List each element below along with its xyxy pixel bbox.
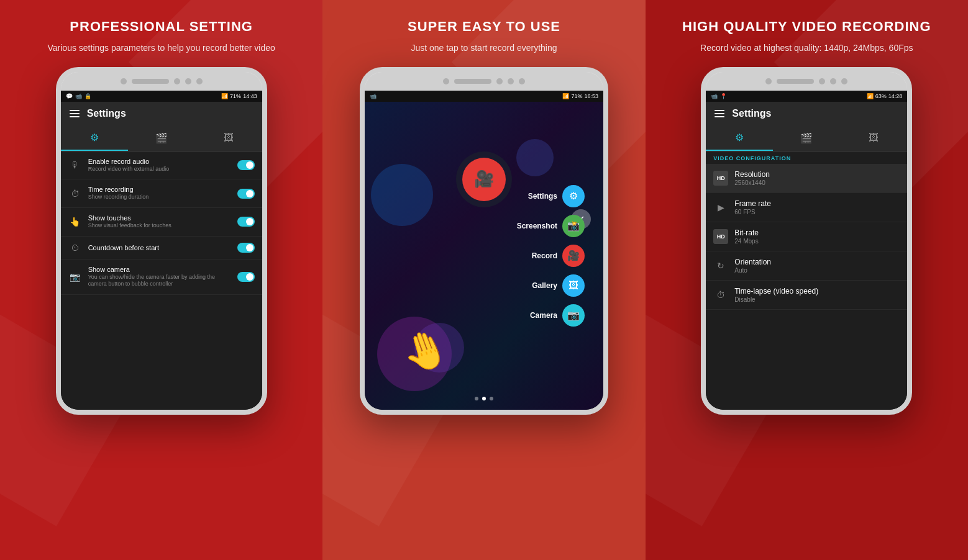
battery-middle: 71%	[571, 93, 582, 99]
wifi-icon-m: 📶	[562, 93, 569, 99]
status-bar-right: 📹 📍 📶 63% 14:28	[706, 91, 907, 102]
config-orientation[interactable]: ↻ Orientation Auto	[706, 251, 907, 281]
settings-label: Settings	[528, 192, 557, 201]
config-resolution[interactable]: HD Resolution 2560x1440	[706, 164, 907, 193]
status-left-right: 📹 📍	[711, 93, 727, 99]
config-framerate-text: Frame rate 60 FPS	[734, 199, 900, 215]
camera-dot	[121, 78, 127, 84]
time-right: 14:28	[888, 93, 903, 99]
touches-name: Show touches	[88, 214, 231, 222]
framerate-value: 60 FPS	[734, 209, 900, 215]
dot-2	[482, 397, 486, 400]
touches-toggle[interactable]	[237, 217, 255, 227]
setting-timer-text: Time recording Show recording duration	[88, 186, 231, 201]
camera-setting-icon: 📷	[68, 272, 82, 282]
timer-icon: ⏱	[68, 189, 82, 199]
m-cam-dot-1	[443, 78, 449, 84]
status-right-middle: 📶 71% 16:53	[562, 93, 598, 99]
setting-touches: 👆 Show touches Show visual feedback for …	[61, 208, 262, 237]
middle-phone-screen: 📹 📶 71% 16:53 🎥 🤚	[365, 91, 603, 410]
tab-video-left[interactable]: 🎬	[128, 125, 195, 151]
r-cam-dot-1	[765, 78, 772, 84]
setting-countdown-text: Countdown before start	[88, 244, 231, 251]
location-icon-r: 📍	[720, 93, 727, 99]
config-timelapse-text: Time-lapse (video speed) Disable	[734, 287, 900, 303]
tab-settings-left[interactable]: ⚙	[61, 125, 128, 151]
left-subtitle: Various settings parameters to help you …	[48, 42, 275, 55]
bokeh-3	[516, 139, 554, 176]
m-speaker	[454, 79, 491, 84]
settings-title-right: Settings	[732, 108, 771, 119]
setting-camera: 📷 Show camera You can show/hide the came…	[61, 260, 262, 295]
status-right-right: 📶 63% 14:28	[867, 93, 903, 99]
r-cam-dot-4	[841, 78, 847, 84]
section-label: VIDEO CONFIGURATION	[713, 155, 900, 161]
m-cam-dot-3	[508, 78, 514, 84]
framerate-name: Frame rate	[734, 199, 900, 208]
setting-camera-text: Show camera You can show/hide the camera…	[88, 266, 231, 288]
right-title: HIGH QUALITY VIDEO RECORDING	[682, 19, 931, 35]
dots-indicator	[475, 397, 493, 400]
battery-right: 63%	[875, 93, 887, 99]
phone-top-bar-middle	[365, 72, 603, 91]
config-framerate[interactable]: ▶ Frame rate 60 FPS	[706, 193, 907, 222]
camera-dot-3	[185, 78, 191, 84]
config-orientation-text: Orientation Auto	[734, 258, 900, 274]
tab-gallery-left[interactable]: 🖼	[195, 125, 262, 151]
bitrate-icon: HD	[713, 229, 728, 244]
record-label: Record	[532, 251, 557, 260]
middle-subtitle: Just one tap to start record everything	[411, 42, 557, 55]
mic-icon: 🎙	[68, 160, 82, 170]
lock-icon: 🔒	[84, 93, 91, 99]
tab-gallery-right[interactable]: 🖼	[840, 125, 907, 151]
msg-icon: 💬	[66, 93, 73, 99]
orientation-name: Orientation	[734, 258, 900, 266]
menu-record[interactable]: Record 🎥	[517, 245, 585, 267]
touch-icon: 👆	[68, 217, 82, 227]
framerate-icon: ▶	[713, 202, 728, 212]
bitrate-name: Bit-rate	[734, 228, 900, 237]
record-circle: 🎥	[562, 245, 585, 267]
setting-countdown: ⏲ Countdown before start	[61, 237, 262, 260]
camera-desc: You can show/hide the camera faster by a…	[88, 274, 231, 288]
video-config-header: VIDEO CONFIGURATION	[706, 151, 907, 164]
menu-settings[interactable]: Settings ⚙	[517, 185, 585, 207]
timer-name: Time recording	[88, 186, 231, 193]
right-panel: HIGH QUALITY VIDEO RECORDING Record vide…	[646, 0, 968, 560]
menu-gallery[interactable]: Gallery 🖼	[517, 274, 585, 297]
audio-name: Enable record audio	[88, 158, 231, 165]
hamburger-menu-left[interactable]	[70, 110, 80, 117]
tab-video-right[interactable]: 🎬	[773, 125, 840, 151]
config-timelapse[interactable]: ⏱ Time-lapse (video speed) Disable	[706, 281, 907, 310]
config-bitrate[interactable]: HD Bit-rate 24 Mbps	[706, 222, 907, 251]
camera-circle: 📷	[562, 304, 585, 327]
audio-toggle[interactable]	[237, 160, 255, 170]
menu-screenshot[interactable]: Screenshot 📸	[517, 215, 585, 237]
camera-toggle[interactable]	[237, 272, 255, 282]
screenshot-label: Screenshot	[517, 222, 557, 230]
wifi-icon-r: 📶	[867, 93, 874, 99]
timer-toggle[interactable]	[237, 189, 255, 199]
countdown-icon: ⏲	[68, 243, 82, 253]
countdown-toggle[interactable]	[237, 243, 255, 253]
config-bitrate-text: Bit-rate 24 Mbps	[734, 228, 900, 245]
middle-phone: 📹 📶 71% 16:53 🎥 🤚	[360, 67, 608, 415]
time-middle: 16:53	[584, 93, 598, 99]
settings-header-left: Settings	[61, 102, 262, 125]
tab-settings-right[interactable]: ⚙	[706, 125, 773, 151]
phone-speaker	[132, 79, 169, 84]
menu-camera[interactable]: Camera 📷	[517, 304, 585, 327]
bokeh-4	[371, 164, 433, 226]
left-title: PROFESSIONAL SETTING	[70, 19, 253, 35]
phone-top-bar-right	[706, 72, 907, 91]
left-panel: PROFESSIONAL SETTING Various settings pa…	[0, 0, 322, 560]
right-phone-screen: 📹 📍 📶 63% 14:28 Settings ⚙	[706, 91, 907, 410]
settings-header-right: Settings	[706, 102, 907, 125]
audio-desc: Record video with external audio	[88, 166, 231, 173]
record-fab[interactable]: 🎥	[456, 151, 512, 207]
dot-3	[490, 397, 493, 400]
hamburger-menu-right[interactable]	[715, 110, 724, 117]
resolution-value: 2560x1440	[734, 179, 900, 186]
timelapse-icon: ⏱	[713, 290, 728, 300]
floating-menu: Settings ⚙ Screenshot 📸 Record 🎥 Gallery…	[517, 185, 585, 327]
